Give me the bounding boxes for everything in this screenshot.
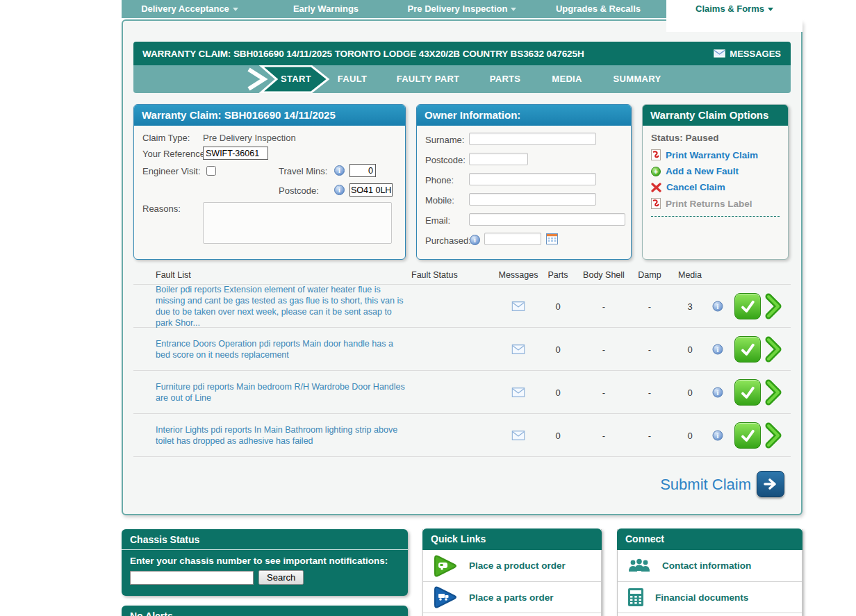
fault-row: Furniture pdi reports Main bedroom R/H W…: [133, 371, 791, 414]
fault-complete-check-button[interactable]: [734, 293, 761, 319]
fault-description-link[interactable]: Interior Lights pdi reports In Main Bath…: [156, 424, 406, 447]
open-fault-arrow[interactable]: [764, 379, 782, 406]
nav-pre-delivery-inspection[interactable]: Pre Delivery Inspection: [394, 0, 530, 18]
print-warranty-claim-link[interactable]: Print Warranty Claim: [651, 149, 780, 160]
check-icon: [738, 340, 757, 359]
nav-label: Pre Delivery Inspection: [408, 3, 508, 14]
engineer-visit-checkbox[interactable]: [206, 166, 216, 176]
cancel-claim-link[interactable]: Cancel Claim: [651, 182, 780, 192]
warranty-claim-panel: Warranty Claim: SBH016690 14/11/2025 Cla…: [133, 104, 406, 260]
fault-complete-check-button[interactable]: [734, 379, 761, 406]
mobile-label: Mobile:: [425, 195, 454, 206]
nav-upgrades-recalls[interactable]: Upgrades & Recalls: [530, 0, 666, 18]
main-content: WARRANTY CLAIM: SBH016690 14/11/2025 TOR…: [122, 19, 802, 515]
email-input[interactable]: [469, 213, 625, 226]
your-reference-input[interactable]: [203, 147, 268, 160]
quick-link-label: Place a product order: [469, 560, 566, 571]
nav-delivery-acceptance[interactable]: Delivery Acceptance: [122, 0, 258, 18]
engineer-visit-label: Engineer Visit:: [142, 166, 201, 176]
step-media[interactable]: MEDIA: [552, 74, 582, 84]
connect-row-partial: [618, 613, 802, 616]
info-icon[interactable]: [713, 301, 723, 311]
col-fault-list: Fault List: [156, 270, 191, 280]
fault-description-link[interactable]: Furniture pdi reports Main bedroom R/H W…: [156, 381, 406, 403]
phone-input[interactable]: [469, 173, 596, 185]
purchased-label: Purchased:: [425, 235, 471, 246]
connect-link-label: Financial documents: [655, 592, 748, 603]
damp-value: -: [648, 430, 651, 440]
panel-title: Warranty Claim: SBH016690 14/11/2025: [134, 105, 405, 126]
email-label: Email:: [425, 215, 450, 226]
quick-link-partial[interactable]: [423, 613, 601, 616]
phone-label: Phone:: [425, 175, 454, 185]
panel-title: Connect: [617, 528, 802, 550]
info-icon[interactable]: [334, 185, 345, 195]
submit-claim-button[interactable]: [757, 471, 784, 497]
check-icon: [738, 426, 757, 445]
claim-postcode-input[interactable]: [349, 183, 393, 197]
parts-count: 0: [555, 301, 560, 311]
panel-title: Warranty Claim Options: [643, 105, 788, 126]
surname-input[interactable]: [469, 133, 596, 145]
your-reference-label: Your Reference:: [142, 149, 207, 159]
reasons-textarea[interactable]: [203, 202, 392, 244]
purchased-input[interactable]: [484, 233, 541, 245]
print-returns-label-link[interactable]: Print Returns Label: [651, 198, 780, 209]
fault-complete-check-button[interactable]: [734, 336, 761, 363]
connect-contact-information[interactable]: Contact information: [618, 550, 802, 581]
step-parts[interactable]: PARTS: [490, 74, 521, 84]
page: Delivery Acceptance Early Warnings Pre D…: [0, 0, 856, 616]
info-icon[interactable]: [713, 344, 723, 354]
messages-button[interactable]: MESSAGES: [714, 49, 791, 59]
messages-label: MESSAGES: [730, 49, 781, 59]
truck-icon: [433, 585, 458, 610]
calculator-icon: [627, 588, 644, 607]
claim-type-value: Pre Delivery Inspection: [203, 133, 296, 143]
fault-description-link[interactable]: Boiler pdi reports Extension element of …: [156, 284, 406, 328]
nav-label: Early Warnings: [293, 3, 359, 14]
parts-count: 0: [555, 387, 560, 397]
step-summary[interactable]: SUMMARY: [614, 74, 661, 84]
nav-early-warnings[interactable]: Early Warnings: [258, 0, 394, 18]
info-icon[interactable]: [713, 387, 723, 397]
claim-postcode-label: Postcode:: [279, 185, 319, 196]
fault-table-header: Fault List Fault Status Messages Parts B…: [133, 268, 791, 285]
fault-description-link[interactable]: Entrance Doors Operation pdi reports Mai…: [156, 338, 406, 360]
info-icon[interactable]: [334, 165, 345, 176]
col-media: Media: [678, 270, 702, 280]
owner-information-panel: Owner Information: Surname: Postcode: Ph…: [416, 104, 632, 260]
message-envelope-icon[interactable]: [512, 344, 525, 354]
owner-postcode-input[interactable]: [469, 153, 528, 165]
parts-count: 0: [555, 430, 560, 440]
quick-links-panel: Quick Links Place a product order Place …: [422, 529, 602, 616]
step-fault[interactable]: FAULT: [338, 74, 367, 84]
message-envelope-icon[interactable]: [512, 388, 525, 397]
step-faulty-part[interactable]: FAULTY PART: [397, 74, 460, 84]
open-fault-arrow[interactable]: [764, 336, 782, 363]
info-icon[interactable]: [713, 430, 723, 440]
message-envelope-icon[interactable]: [512, 301, 525, 311]
calendar-icon[interactable]: [546, 233, 558, 244]
chassis-search-button[interactable]: Search: [258, 570, 304, 585]
col-damp: Damp: [638, 270, 661, 280]
connect-financial-documents[interactable]: Financial documents: [618, 581, 802, 613]
add-new-fault-link[interactable]: Add a New Fault: [651, 166, 780, 176]
info-icon[interactable]: [470, 235, 480, 245]
message-envelope-icon[interactable]: [512, 431, 525, 440]
open-fault-arrow[interactable]: [764, 293, 782, 319]
link-label: Add a New Fault: [666, 166, 739, 176]
quick-link-product-order[interactable]: Place a product order: [423, 550, 601, 581]
panel-title: Chassis Status: [122, 529, 408, 550]
open-fault-arrow[interactable]: [764, 422, 782, 449]
fault-complete-check-button[interactable]: [734, 422, 761, 449]
travel-mins-input[interactable]: [349, 164, 376, 177]
mobile-input[interactable]: [469, 193, 596, 206]
panel-title: No Alerts: [122, 606, 408, 616]
quick-link-parts-order[interactable]: Place a parts order: [423, 581, 601, 613]
step-start[interactable]: START: [281, 74, 311, 84]
owner-postcode-label: Postcode:: [425, 155, 466, 165]
reasons-label: Reasons:: [142, 203, 181, 214]
submit-claim-label[interactable]: Submit Claim: [660, 476, 751, 494]
nav-claims-forms[interactable]: Claims & Forms: [666, 0, 802, 32]
chassis-number-input[interactable]: [130, 571, 254, 585]
